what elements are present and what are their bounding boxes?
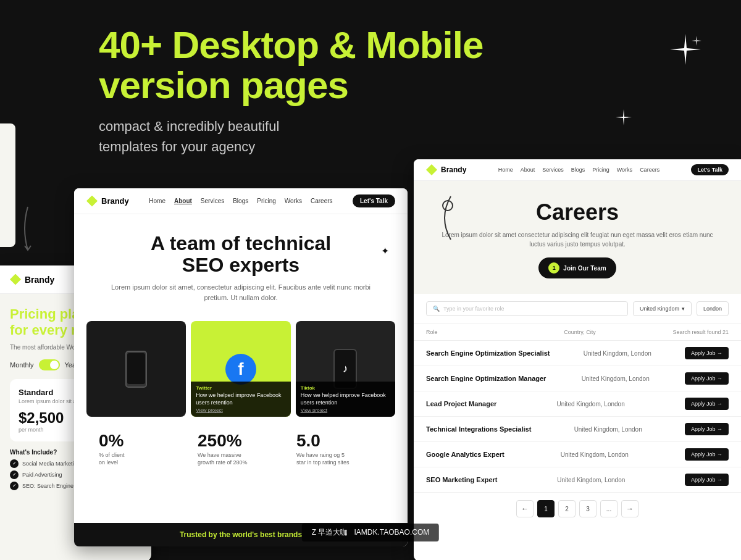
check-icon-3: ✓ xyxy=(10,482,19,490)
ms-logo-text: Brandy xyxy=(101,196,129,206)
location-1: United Kingdom, London xyxy=(584,350,651,357)
ms-cards: f Twitter How we helped improve Facebook… xyxy=(74,321,408,417)
ms-star-deco: ✦ xyxy=(381,245,389,257)
check-icon-1: ✓ xyxy=(10,459,19,468)
ms-card-1 xyxy=(86,321,186,417)
stat-250-desc: We have massivegrowth rate of 280% xyxy=(198,452,284,466)
ms-nav-cta[interactable]: Let's Talk xyxy=(353,194,395,207)
rs-nav-links: Home About Services Blogs Pricing Works … xyxy=(498,167,659,173)
rs-logo: Brandy xyxy=(426,164,466,175)
rs-nav-about: About xyxy=(521,167,535,173)
apply-btn-5[interactable]: Apply Job → xyxy=(685,448,729,461)
ms-nav-about: About xyxy=(174,198,192,204)
ms-card-2: f Twitter How we helped improve Facebook… xyxy=(191,321,290,417)
ms-nav-works: Works xyxy=(285,198,302,204)
rs-logo-icon xyxy=(426,164,437,175)
mobile-logo: Brandy xyxy=(10,274,54,285)
location-3: United Kingdom, London xyxy=(557,401,625,407)
card3-title: How we helped improve Facebook users ret… xyxy=(301,392,390,406)
card3-tag: Tiktok xyxy=(301,385,390,391)
left-arrow-deco xyxy=(19,204,37,257)
th-location: Country, City xyxy=(564,329,595,335)
prev-page-btn[interactable]: ← xyxy=(516,500,534,517)
rs-table-header: Role Country, City Search result found 2… xyxy=(414,324,741,341)
stat-partial-desc: % of clienton level xyxy=(99,452,185,466)
subtitle-line2: templates for your agency xyxy=(99,139,255,154)
rs-search-input[interactable]: 🔍 Type in your favorite role xyxy=(426,301,628,316)
table-row-3: Lead Project Manager United Kingdom, Lon… xyxy=(414,391,741,417)
watermark: Z 早道大咖 IAMDK.TAOBAO.COM xyxy=(302,524,439,541)
ms-card-2-caption: Twitter How we helped improve Facebook u… xyxy=(191,382,290,417)
location-2: United Kingdom, London xyxy=(582,375,650,382)
toggle-knob xyxy=(50,361,59,369)
left-partial-strip xyxy=(0,123,15,247)
apply-btn-3[interactable]: Apply Job → xyxy=(685,398,729,410)
rs-city-select[interactable]: London xyxy=(697,301,729,316)
rs-search-area: 🔍 Type in your favorite role United King… xyxy=(414,294,741,324)
apply-btn-2[interactable]: Apply Job → xyxy=(685,372,729,385)
tiktok-icon: ♪ xyxy=(343,362,348,375)
stat-5-num: 5.0 xyxy=(296,431,383,451)
page-btn-ellipsis: ... xyxy=(600,500,618,517)
location-6: United Kingdom, London xyxy=(557,477,625,483)
stat-partial-num: 0% xyxy=(99,431,185,451)
search-icon: 🔍 xyxy=(433,306,440,312)
monthly-label: Monthly xyxy=(10,361,34,369)
card2-tag: Twitter xyxy=(196,385,285,391)
billing-toggle[interactable] xyxy=(39,359,60,370)
ms-hero-desc: Lorem ipsum dolor sit amet, consectetur … xyxy=(99,282,383,303)
mobile-logo-text: Brandy xyxy=(25,275,54,285)
fb-icon: f xyxy=(225,354,256,385)
role-title-2: Search Engine Optimization Manager xyxy=(426,375,546,382)
ms-nav-pricing: Pricing xyxy=(257,198,276,204)
subtitle-line1: compact & incredibly beautiful xyxy=(99,119,279,134)
main-title-line1: 40+ Desktop & Mobile xyxy=(99,25,642,65)
rs-nav-services: Services xyxy=(542,167,564,173)
th-results: Search result found 21 xyxy=(672,329,729,335)
card2-title: How we helped improve Facebook users ret… xyxy=(196,392,285,406)
ms-nav: Brandy Home About Services Blogs Pricing… xyxy=(74,188,408,214)
ms-nav-blogs: Blogs xyxy=(233,198,248,204)
feature-label-2: Paid Advertising xyxy=(22,472,62,478)
next-page-btn[interactable]: → xyxy=(621,500,638,517)
page-btn-2[interactable]: 2 xyxy=(558,500,576,517)
table-row-6: SEO Marketing Expert United Kingdom, Lon… xyxy=(414,467,741,493)
search-placeholder: Type in your favorite role xyxy=(443,306,504,312)
page-btn-3[interactable]: 3 xyxy=(579,500,597,517)
rs-nav: Brandy Home About Services Blogs Pricing… xyxy=(414,159,741,181)
ms-stats: 0% % of clienton level 250% We have mass… xyxy=(74,422,408,475)
rs-nav-careers: Careers xyxy=(640,167,659,173)
role-title-4: Technical Integrations Specialist xyxy=(426,425,531,433)
check-icon-2: ✓ xyxy=(10,470,19,479)
rs-nav-cta[interactable]: Let's Talk xyxy=(691,164,729,175)
header-section: 40+ Desktop & Mobile version pages compa… xyxy=(99,25,642,157)
rs-hero: Careers Lorem ipsum dolor sit amet conse… xyxy=(414,181,741,294)
location-4: United Kingdom, London xyxy=(574,426,642,433)
ms-nav-careers: Careers xyxy=(311,198,333,204)
middle-screenshot: Brandy Home About Services Blogs Pricing… xyxy=(74,188,408,546)
rs-nav-pricing: Pricing xyxy=(592,167,609,173)
page-btn-1[interactable]: 1 xyxy=(537,500,555,517)
card2-link[interactable]: View project xyxy=(196,407,285,413)
apply-btn-4[interactable]: Apply Job → xyxy=(685,423,729,435)
role-title-3: Lead Project Manager xyxy=(426,400,496,407)
ms-nav-services: Services xyxy=(201,198,224,204)
rs-pagination: ← 1 2 3 ... → xyxy=(414,493,741,525)
chevron-icon: ▾ xyxy=(682,306,685,312)
rs-country-select[interactable]: United Kingdom ▾ xyxy=(633,301,692,316)
star-decoration-top-right xyxy=(667,31,704,75)
apply-btn-1[interactable]: Apply Job → xyxy=(685,347,729,359)
rs-join-btn[interactable]: 1 Join Our Team xyxy=(538,257,616,278)
location-5: United Kingdom, London xyxy=(561,451,629,458)
apply-btn-6[interactable]: Apply Job → xyxy=(685,474,729,486)
ms-card-3-caption: Tiktok How we helped improve Facebook us… xyxy=(296,382,395,417)
ms-logo-icon xyxy=(86,196,98,207)
rs-nav-works: Works xyxy=(617,167,632,173)
card3-link[interactable]: View project xyxy=(301,407,390,413)
role-title-1: Search Engine Optimization Specialist xyxy=(426,349,550,357)
city-value: London xyxy=(703,306,722,312)
rs-nav-home: Home xyxy=(498,167,513,173)
ms-card-3: ♪ Tiktok How we helped improve Facebook … xyxy=(296,321,395,417)
th-role: Role xyxy=(426,329,438,335)
rs-logo-text: Brandy xyxy=(441,165,466,174)
